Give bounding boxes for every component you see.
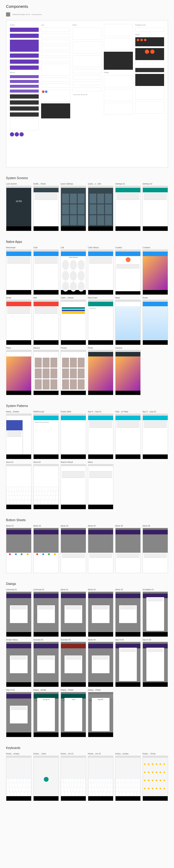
screen-thumbnail[interactable]: Gmail (6, 297, 32, 345)
screen-thumbnail[interactable]: Universal #1 (6, 588, 32, 637)
screen-thumbnail[interactable]: Alerts #3 (61, 525, 86, 573)
screen-thumbnail[interactable]: Calen…hedule (61, 297, 86, 345)
screen-thumbnail[interactable]: Alerts #3 (115, 588, 141, 637)
screen-thumbnail[interactable]: Lock Screen12:53 (6, 183, 32, 231)
screen-thumbnail[interactable]: Alerts #2 (33, 525, 59, 573)
section-title: System Patterns (6, 404, 168, 408)
thumbnail-label: Scrollable #1 (142, 588, 168, 591)
mockup-frame (33, 755, 59, 801)
mockup-frame (6, 755, 32, 801)
screen-thumbnail[interactable]: Keybo… Emoji (142, 752, 168, 801)
screen-thumbnail[interactable]: Route (142, 297, 168, 345)
screen-thumbnail[interactable]: Keybo…ers #1 (61, 752, 86, 801)
screen-thumbnail[interactable]: Quick…s - Edit (88, 183, 113, 231)
screen-thumbnail[interactable]: Maps (115, 297, 141, 345)
screen-thumbnail[interactable]: Alerts #5 (115, 525, 141, 573)
mockup-frame (61, 591, 86, 637)
mockup-frame (88, 464, 113, 509)
screen-thumbnail[interactable]: Dialog…PickerMay 2017May 2017 (88, 689, 113, 737)
screen-thumbnail[interactable]: Universal #2 (33, 588, 59, 637)
screen-thumbnail[interactable]: Alerts #2 (88, 588, 113, 637)
screen-thumbnail[interactable]: Success #2 (61, 639, 86, 687)
screen-thumbnail[interactable]: Alerts #6 (142, 525, 168, 573)
screen-thumbnail[interactable]: Menu (88, 461, 113, 509)
screen-thumbnail[interactable]: Photo (88, 347, 113, 395)
screen-thumbnail[interactable]: App S…ings #1 (88, 410, 113, 459)
screen-thumbnail[interactable]: Settings #2 (142, 183, 168, 231)
screen-thumbnail[interactable]: Dialog…Picker13:3013:30 (61, 689, 86, 737)
components-artboard[interactable]: Toolbar Buttons Lists Menus Dialogs (6, 20, 168, 167)
mockup-frame (115, 413, 141, 459)
screen-thumbnail[interactable]: Settings #1 (115, 183, 141, 231)
screen-thumbnail[interactable]: Navig…Drawer (6, 410, 32, 459)
mockup-frame (61, 642, 86, 687)
thumbnail-label: Quick…s - Edit (88, 183, 113, 185)
screen-thumbnail[interactable]: Alerts #4 (88, 639, 113, 687)
mockup-frame (33, 642, 59, 687)
screen-thumbnail[interactable]: Albums (33, 347, 59, 395)
screen-thumbnail[interactable]: Dialog…lendarThu, Apr 13Thu, Apr 13 (33, 689, 59, 737)
screen-thumbnail[interactable]: Alerts #1 (6, 525, 32, 573)
screen-thumbnail[interactable]: Simple dialog (6, 639, 32, 687)
artboard-label-toolbar: Toolbar (10, 24, 39, 26)
screen-thumbnail[interactable]: Photos (61, 347, 86, 395)
screen-thumbnail[interactable]: Contact (115, 246, 141, 295)
mockup-frame (6, 249, 32, 295)
mockup-frame (88, 350, 113, 395)
screen-thumbnail[interactable]: Notific…Panel (33, 183, 59, 231)
thumbnail-label: Alerts #4 (88, 639, 113, 641)
thumbnail-label: Navig…Drawer (6, 410, 32, 413)
screen-thumbnail[interactable]: Keybo…ers #2 (88, 752, 113, 801)
mockup-frame (61, 755, 86, 801)
screen-thumbnail[interactable]: Mail (33, 297, 59, 345)
mockup-frame: 12:53 (6, 186, 32, 231)
screen-thumbnail[interactable]: Alerts #1 (61, 588, 86, 637)
mockup-frame (115, 186, 141, 231)
thumbnail-label: Universal #1 (6, 588, 32, 591)
screen-thumbnail[interactable]: Scrollable #1 (142, 588, 168, 637)
thumbnail-label: Keybo…ers #2 (88, 752, 113, 755)
screen-thumbnail[interactable]: Place (6, 347, 32, 395)
breadcrumb: Material Design UI Kit · Components (12, 13, 42, 15)
thumbnail-label: Sign in #2 (142, 639, 168, 641)
screen-thumbnail[interactable]: Keybo… Voice (33, 752, 59, 801)
screen-thumbnail[interactable]: WalkthroughSwipe! You're almost done (33, 410, 59, 459)
screen-thumbnail[interactable]: Contacts (142, 246, 168, 295)
mockup-frame (6, 413, 32, 459)
thumbnail-label: Settings #1 (115, 183, 141, 185)
screen-thumbnail[interactable]: Messenger (6, 246, 32, 295)
screen-thumbnail[interactable]: Chat (33, 246, 59, 295)
thumbnail-label: Walkthrough (33, 410, 59, 413)
thumbnail-label: Alerts #5 (115, 525, 141, 527)
mockup-frame (115, 755, 141, 801)
screen-thumbnail[interactable]: Sign in #1 (115, 639, 141, 687)
screen-thumbnail[interactable]: Store #2 (33, 461, 59, 509)
screen-thumbnail[interactable]: New EventEvent name (88, 297, 113, 345)
thumbnail-label: Dialog…Picker (88, 689, 113, 691)
artboard-label-sliders: Sliders (135, 34, 164, 35)
mockup-frame: Thu, Apr 13Thu, Apr 13 (33, 692, 59, 737)
screen-thumbnail[interactable]: Keybo…ercase (6, 752, 32, 801)
thumbnail-label: Messenger (6, 246, 32, 249)
screen-thumbnail[interactable]: Empty State (61, 410, 86, 459)
mockup-frame (142, 249, 168, 295)
mockup-frame (6, 642, 32, 687)
screen-thumbnail[interactable]: Search Result (61, 461, 86, 509)
screen-thumbnail[interactable]: App S…ings #2 (142, 410, 168, 459)
screen-thumbnail[interactable]: Success #1 (33, 639, 59, 687)
screen-thumbnail[interactable]: Sign in #3 (6, 689, 32, 737)
screen-thumbnail[interactable]: Camera (115, 347, 141, 395)
screen-thumbnail[interactable]: Keybo…ercase (115, 752, 141, 801)
mockup-frame (88, 186, 113, 231)
screen-thumbnail[interactable]: Sign in #2 (142, 639, 168, 687)
thumbnail-label: Dialog…lendar (33, 689, 59, 691)
screen-thumbnail[interactable]: Alerts #4 (88, 525, 113, 573)
mockup-frame (61, 186, 86, 231)
screen-thumbnail[interactable]: Calls History (88, 246, 113, 295)
screen-thumbnail[interactable]: Store #1 (6, 461, 32, 509)
screen-thumbnail[interactable]: Quick Settings (61, 183, 86, 231)
thumbnail-label: Alerts #6 (142, 525, 168, 527)
screen-thumbnail[interactable]: Help…ck Page (115, 410, 141, 459)
thumbnail-label: Menu (88, 461, 113, 463)
screen-thumbnail[interactable]: Call0 999 123-45-47 (61, 246, 86, 295)
